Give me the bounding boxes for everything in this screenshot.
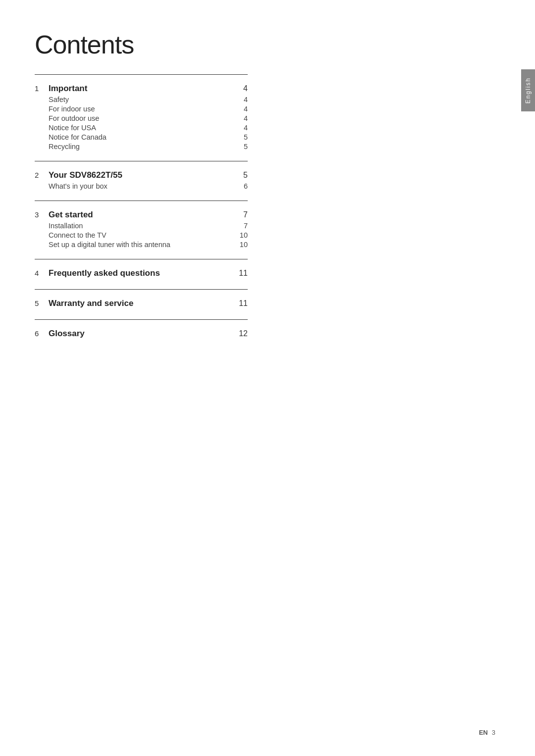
sub-page: 5 <box>235 133 248 141</box>
page-title: Contents <box>35 30 248 59</box>
toc-row-glossary: 6 Glossary 12 <box>35 329 248 339</box>
section-page-6: 12 <box>235 329 248 338</box>
section-title-4: Frequently asked questions <box>49 268 235 278</box>
toc-sub-row: Set up a digital tuner with this antenna… <box>35 241 248 249</box>
section-number-6: 6 <box>35 329 49 338</box>
toc-section-4: 4 Frequently asked questions 11 <box>35 259 248 289</box>
toc-section-5: 5 Warranty and service 11 <box>35 289 248 319</box>
toc-row-faq: 4 Frequently asked questions 11 <box>35 268 248 278</box>
toc-sub-row: Connect to the TV 10 <box>35 231 248 239</box>
toc-row-getstarted: 3 Get started 7 <box>35 210 248 220</box>
sub-title: What's in your box <box>49 182 235 190</box>
section-number-2: 2 <box>35 171 49 179</box>
toc-sub-row: Notice for Canada 5 <box>35 133 248 141</box>
page-content: Contents 1 Important 4 Safety 4 For indo… <box>0 0 287 379</box>
sub-title: For outdoor use <box>49 114 235 122</box>
section-page-5: 11 <box>235 299 248 308</box>
toc-row-sdv: 2 Your SDV8622T/55 5 <box>35 170 248 180</box>
sub-page: 6 <box>235 182 248 190</box>
toc-section-3: 3 Get started 7 Installation 7 Connect t… <box>35 201 248 259</box>
sub-title: Notice for USA <box>49 124 235 132</box>
footer-lang: EN <box>479 729 488 736</box>
sub-page: 4 <box>235 114 248 122</box>
toc-sub-row: Safety 4 <box>35 96 248 103</box>
sub-title: Recycling <box>49 143 235 151</box>
sub-title: For indoor use <box>49 105 235 113</box>
sub-title: Installation <box>49 222 235 230</box>
sub-page: 7 <box>235 222 248 230</box>
section-number-5: 5 <box>35 299 49 307</box>
footer-page-number: 3 <box>492 729 495 736</box>
section-title-2: Your SDV8622T/55 <box>49 170 235 180</box>
toc-row-important: 1 Important 4 <box>35 84 248 94</box>
toc-sub-row: What's in your box 6 <box>35 182 248 190</box>
section-title-6: Glossary <box>49 329 235 339</box>
toc-sub-row: Installation 7 <box>35 222 248 230</box>
section-title-3: Get started <box>49 210 235 220</box>
sub-title: Notice for Canada <box>49 133 235 141</box>
sub-page: 4 <box>235 96 248 103</box>
side-tab-label: English <box>525 77 532 103</box>
page-footer: EN 3 <box>479 729 495 736</box>
toc-sub-row: Recycling 5 <box>35 143 248 151</box>
sub-page: 10 <box>235 241 248 249</box>
side-tab: English <box>521 69 535 111</box>
sub-page: 5 <box>235 143 248 151</box>
toc-section-6: 6 Glossary 12 <box>35 319 248 350</box>
section-page-2: 5 <box>235 171 248 180</box>
section-number-3: 3 <box>35 210 49 219</box>
section-number-1: 1 <box>35 84 49 93</box>
toc-section-1: 1 Important 4 Safety 4 For indoor use 4 … <box>35 74 248 161</box>
sub-title: Set up a digital tuner with this antenna <box>49 241 235 249</box>
toc-row-warranty: 5 Warranty and service 11 <box>35 299 248 308</box>
section-page-3: 7 <box>235 210 248 219</box>
sub-page: 4 <box>235 124 248 132</box>
toc-sub-row: For outdoor use 4 <box>35 114 248 122</box>
sub-page: 10 <box>235 231 248 239</box>
sub-page: 4 <box>235 105 248 113</box>
toc-sub-row: Notice for USA 4 <box>35 124 248 132</box>
sub-title: Connect to the TV <box>49 231 235 239</box>
toc-sub-row: For indoor use 4 <box>35 105 248 113</box>
section-number-4: 4 <box>35 269 49 277</box>
toc-section-2: 2 Your SDV8622T/55 5 What's in your box … <box>35 161 248 201</box>
section-page-4: 11 <box>235 269 248 278</box>
section-page-1: 4 <box>235 84 248 93</box>
section-title-1: Important <box>49 84 235 94</box>
section-title-5: Warranty and service <box>49 299 235 308</box>
sub-title: Safety <box>49 96 235 103</box>
